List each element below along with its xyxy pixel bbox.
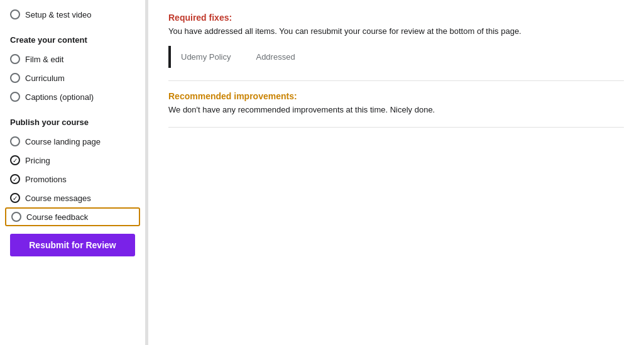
sidebar-item-label: Captions (optional)	[25, 92, 94, 102]
sidebar-item-captions[interactable]: Captions (optional)	[0, 87, 145, 106]
sidebar-item-curriculum[interactable]: Curriculum	[0, 68, 145, 87]
policy-col-addressed: Addressed	[256, 52, 295, 62]
policy-col-udemy: Udemy Policy	[181, 52, 231, 62]
sidebar-item-label: Promotions	[25, 175, 67, 184]
check-circle-icon: ✓	[10, 155, 20, 165]
sidebar-item-label: Course feedback	[26, 212, 88, 222]
required-fixes-text: You have addressed all items. You can re…	[168, 26, 624, 36]
sidebar-item-label: Course landing page	[25, 137, 101, 146]
sidebar-item-label: Film & edit	[25, 55, 63, 64]
sidebar-item-label: Pricing	[25, 156, 50, 165]
sidebar-item-promotions[interactable]: ✓ Promotions	[0, 170, 145, 189]
recommended-title: Recommended improvements:	[168, 91, 624, 101]
sidebar: Setup & test video Create your content F…	[0, 0, 146, 345]
sidebar-section-publish: Publish your course	[0, 106, 145, 132]
circle-icon	[10, 54, 20, 64]
circle-icon	[10, 92, 20, 102]
divider	[168, 80, 624, 81]
sidebar-item-setup-test-video[interactable]: Setup & test video	[0, 5, 145, 24]
sidebar-item-course-messages[interactable]: ✓ Course messages	[0, 189, 145, 207]
sidebar-item-label: Course messages	[25, 194, 91, 203]
resubmit-button[interactable]: Resubmit for Review	[10, 234, 135, 256]
sidebar-item-label: Curriculum	[25, 74, 65, 83]
main-content: Required fixes: You have addressed all i…	[146, 0, 644, 345]
circle-icon	[10, 9, 20, 19]
sidebar-section-create-content: Create your content	[0, 24, 145, 50]
policy-table: Udemy Policy Addressed	[168, 46, 624, 68]
divider-bottom	[168, 127, 624, 128]
required-fixes-title: Required fixes:	[168, 13, 624, 23]
recommended-text: We don't have any recommended improvemen…	[168, 105, 624, 114]
circle-icon	[10, 136, 20, 146]
sidebar-item-label: Setup & test video	[25, 10, 92, 19]
sidebar-item-pricing[interactable]: ✓ Pricing	[0, 151, 145, 170]
sidebar-item-course-landing-page[interactable]: Course landing page	[0, 132, 145, 151]
sidebar-item-course-feedback[interactable]: Course feedback	[5, 207, 140, 226]
sidebar-item-film-edit[interactable]: Film & edit	[0, 50, 145, 68]
check-circle-icon: ✓	[10, 174, 20, 184]
circle-icon	[10, 73, 20, 83]
circle-icon	[11, 212, 21, 222]
check-circle-icon: ✓	[10, 193, 20, 203]
